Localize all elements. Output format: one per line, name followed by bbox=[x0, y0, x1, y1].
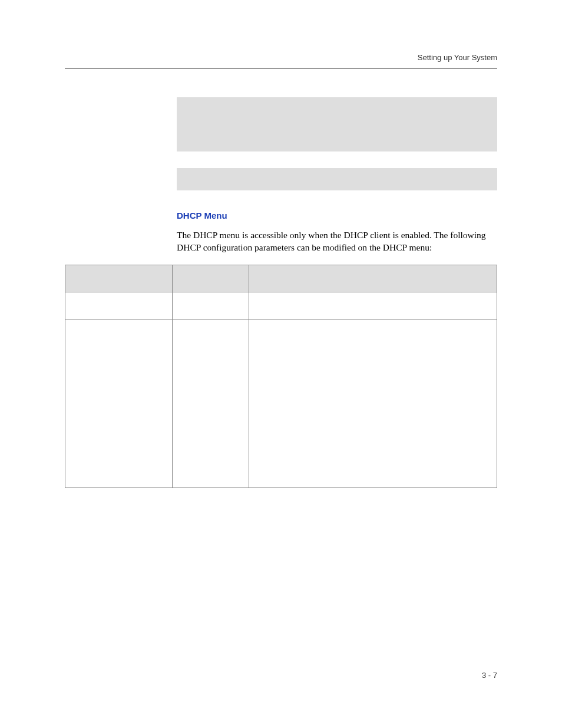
table-header-cell bbox=[249, 265, 497, 292]
section-title: DHCP Menu bbox=[177, 210, 497, 220]
table-row bbox=[65, 292, 497, 319]
section-paragraph: The DHCP menu is accessible only when th… bbox=[177, 229, 497, 254]
page-number: 3 - 7 bbox=[482, 671, 497, 680]
table-header-cell bbox=[65, 265, 173, 292]
table-cell bbox=[173, 319, 249, 487]
gray-block-lower bbox=[177, 168, 497, 190]
gray-block-upper bbox=[177, 97, 497, 151]
table-cell bbox=[65, 292, 173, 319]
table-header-cell bbox=[173, 265, 249, 292]
header-rule bbox=[65, 68, 497, 69]
dhcp-params-table bbox=[65, 265, 497, 488]
table-cell bbox=[249, 319, 497, 487]
running-head: Setting up Your System bbox=[65, 53, 497, 62]
table-header-row bbox=[65, 265, 497, 292]
table-cell bbox=[65, 319, 173, 487]
table-row bbox=[65, 319, 497, 487]
table-cell bbox=[173, 292, 249, 319]
table-cell bbox=[249, 292, 497, 319]
